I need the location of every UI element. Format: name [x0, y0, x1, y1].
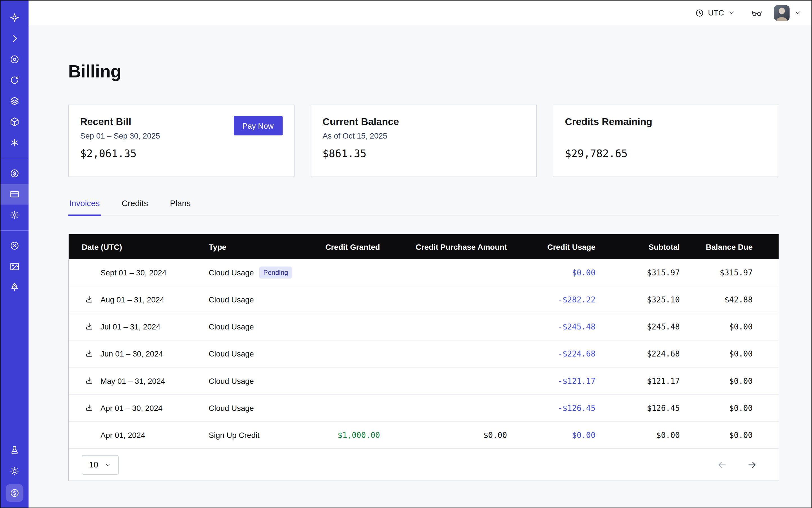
- sidebar-divider: [0, 230, 29, 230]
- arrow-right-icon: [746, 459, 758, 471]
- cell-type: Cloud Usage: [196, 322, 312, 331]
- cell-type: Cloud UsagePending: [196, 267, 312, 279]
- type-text: Cloud Usage: [209, 404, 254, 412]
- layers-icon[interactable]: [0, 91, 29, 112]
- date-text: Apr 01 – 30, 2024: [100, 404, 163, 412]
- date-text: Sept 01 – 30, 2024: [100, 268, 166, 277]
- date-text: Apr 01, 2024: [100, 431, 145, 439]
- circle-x-icon[interactable]: [0, 236, 29, 256]
- cell-credit-granted: $1,000.00: [312, 430, 380, 439]
- cell-type: Cloud Usage: [196, 349, 312, 358]
- card-current-balance: Current BalanceAs of Oct 15, 2025$861.35: [310, 105, 537, 177]
- column-header-subtotal: Subtotal: [596, 243, 680, 251]
- table-row[interactable]: Apr 01, 2024Sign Up Credit$1,000.00$0.00…: [69, 422, 779, 449]
- flask-icon[interactable]: [0, 440, 29, 461]
- cell-balance-due: $0.00: [680, 322, 753, 331]
- download-invoice-icon[interactable]: [82, 322, 100, 331]
- download-invoice-icon[interactable]: [82, 404, 100, 412]
- target-icon[interactable]: [0, 49, 29, 70]
- timezone-label: UTC: [708, 8, 724, 17]
- glasses-button[interactable]: [751, 7, 763, 18]
- previous-page-button[interactable]: [716, 459, 728, 471]
- cell-subtotal: $121.17: [596, 376, 680, 385]
- type-text: Cloud Usage: [209, 377, 254, 385]
- cell-subtotal: $224.68: [596, 349, 680, 358]
- rocket-icon[interactable]: [0, 277, 29, 298]
- status-badge: Pending: [259, 267, 292, 279]
- download-invoice-icon[interactable]: [82, 377, 100, 385]
- billing-card-icon[interactable]: [0, 184, 29, 205]
- table-row[interactable]: May 01 – 31, 2024Cloud Usage-$121.17$121…: [69, 368, 779, 394]
- download-invoice-icon[interactable]: [82, 295, 100, 304]
- account-menu-button[interactable]: [794, 9, 802, 16]
- cell-balance-due: $42.88: [680, 295, 753, 304]
- table-row[interactable]: Sept 01 – 30, 2024Cloud UsagePending$0.0…: [69, 259, 779, 286]
- dollar-circle-icon[interactable]: [5, 484, 23, 502]
- cell-subtotal: $0.00: [596, 430, 680, 439]
- column-header-type: Type: [196, 243, 312, 251]
- avatar-face: [779, 8, 785, 14]
- clock-icon: [695, 8, 704, 17]
- table-row[interactable]: Aug 01 – 31, 2024Cloud Usage-$282.22$325…: [69, 286, 779, 313]
- package-icon[interactable]: [0, 112, 29, 132]
- cell-credit-usage: -$245.48: [507, 322, 596, 331]
- tab-plans[interactable]: Plans: [169, 199, 192, 215]
- card-title: Credits Remaining: [565, 116, 767, 128]
- cell-balance-due: $315.97: [680, 268, 753, 277]
- table-header-row: Date (UTC)TypeCredit GrantedCredit Purch…: [69, 234, 779, 259]
- cell-subtotal: $315.97: [596, 268, 680, 277]
- sidebar-bottom-group: [0, 440, 29, 508]
- table-row[interactable]: Jul 01 – 31, 2024Cloud Usage-$245.48$245…: [69, 313, 779, 340]
- screen-image-icon[interactable]: [0, 256, 29, 277]
- chevron-down-icon: [728, 9, 736, 16]
- table-row[interactable]: Jun 01 – 30, 2024Cloud Usage-$224.68$224…: [69, 340, 779, 368]
- page-size-select[interactable]: 10: [82, 455, 119, 474]
- retry-history-icon[interactable]: [0, 70, 29, 91]
- usage-dollar-icon[interactable]: [0, 163, 29, 184]
- cell-credit-usage: $0.00: [507, 430, 596, 439]
- cell-date: Sept 01 – 30, 2024: [69, 268, 196, 277]
- date-text: Aug 01 – 31, 2024: [100, 295, 164, 304]
- card-recent-bill: Recent BillPay NowSep 01 – Sep 30, 2025$…: [68, 105, 295, 177]
- user-avatar[interactable]: [774, 5, 789, 20]
- topbar: UTC: [29, 0, 812, 26]
- cell-subtotal: $126.45: [596, 403, 680, 413]
- logo-sparkle-icon[interactable]: [0, 7, 29, 28]
- column-header-credit-purchase-amount: Credit Purchase Amount: [380, 243, 507, 251]
- column-header-credit-granted: Credit Granted: [312, 243, 380, 251]
- next-page-button[interactable]: [746, 459, 758, 471]
- cell-type: Cloud Usage: [196, 404, 312, 412]
- type-text: Cloud Usage: [209, 349, 254, 358]
- cell-balance-due: $0.00: [680, 349, 753, 358]
- card-credits-remaining: Credits Remaining$29,782.65: [553, 105, 779, 177]
- cell-subtotal: $325.10: [596, 295, 680, 304]
- card-subtitle: As of Oct 15, 2025: [323, 131, 525, 141]
- arrow-left-icon: [716, 459, 728, 471]
- card-subtitle: [565, 131, 767, 141]
- cell-credit-usage: -$126.45: [507, 403, 596, 413]
- theme-sun-icon[interactable]: [0, 461, 29, 481]
- timezone-selector[interactable]: UTC: [695, 8, 735, 17]
- type-text: Cloud Usage: [209, 268, 254, 277]
- cell-balance-due: $0.00: [680, 403, 753, 413]
- tab-invoices[interactable]: Invoices: [68, 199, 101, 215]
- download-invoice-icon[interactable]: [82, 349, 100, 358]
- card-amount: $2,061.35: [80, 147, 283, 160]
- summary-cards: Recent BillPay NowSep 01 – Sep 30, 2025$…: [68, 105, 779, 177]
- type-text: Cloud Usage: [209, 322, 254, 331]
- asterisk-icon[interactable]: [0, 132, 29, 153]
- cell-date: May 01 – 31, 2024: [69, 377, 196, 385]
- pay-now-button[interactable]: Pay Now: [233, 116, 283, 135]
- page-size-value: 10: [89, 460, 98, 469]
- settings-gear-icon[interactable]: [0, 205, 29, 225]
- tab-credits[interactable]: Credits: [121, 199, 149, 215]
- table-row[interactable]: Apr 01 – 30, 2024Cloud Usage-$126.45$126…: [69, 394, 779, 422]
- card-title: Current Balance: [323, 116, 525, 128]
- cell-balance-due: $0.00: [680, 376, 753, 385]
- date-text: May 01 – 31, 2024: [100, 377, 165, 385]
- card-amount: $29,782.65: [565, 147, 767, 160]
- table-footer: 10: [69, 449, 779, 481]
- cell-credit-usage: $0.00: [507, 268, 596, 277]
- cell-type: Sign Up Credit: [196, 431, 312, 439]
- collapse-sidebar-icon[interactable]: [0, 28, 29, 49]
